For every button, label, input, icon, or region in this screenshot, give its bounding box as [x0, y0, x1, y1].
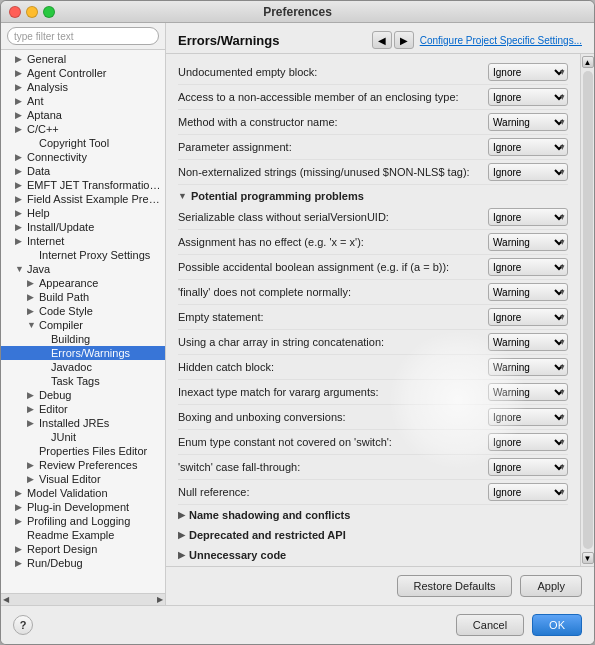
pref-select-no-effect[interactable]: IgnoreWarningError: [488, 233, 568, 251]
sidebar-item-task-tags[interactable]: Task Tags: [1, 374, 165, 388]
help-button[interactable]: ?: [13, 615, 33, 635]
expand-arrow: ▶: [27, 306, 39, 316]
sidebar-item-label: EMFT JET Transformations: [27, 179, 161, 191]
pref-select-boxing[interactable]: IgnoreWarningError: [488, 408, 568, 426]
search-input[interactable]: [7, 27, 159, 45]
sidebar-item-label: Help: [27, 207, 161, 219]
pref-select-undocumented[interactable]: IgnoreWarningError: [488, 63, 568, 81]
sidebar-item-field-assist[interactable]: ▶ Field Assist Example Prefere...: [1, 192, 165, 206]
sidebar-item-appearance[interactable]: ▶ Appearance: [1, 276, 165, 290]
scroll-down-btn[interactable]: ▼: [582, 552, 594, 564]
expand-arrow: ▼: [15, 264, 27, 274]
sidebar-item-copyright-tool[interactable]: Copyright Tool: [1, 136, 165, 150]
sidebar-item-aptana[interactable]: ▶ Aptana: [1, 108, 165, 122]
sidebar-item-compiler[interactable]: ▼ Compiler: [1, 318, 165, 332]
pref-label: Parameter assignment:: [178, 141, 488, 153]
ok-button[interactable]: OK: [532, 614, 582, 636]
pref-select-non-externalized[interactable]: IgnoreWarningError: [488, 163, 568, 181]
pref-select-constructor[interactable]: IgnoreWarningError: [488, 113, 568, 131]
sidebar-item-label: Javadoc: [51, 361, 161, 373]
pref-select-hidden-catch[interactable]: IgnoreWarningError: [488, 358, 568, 376]
sidebar-item-java[interactable]: ▼ Java: [1, 262, 165, 276]
sidebar-item-label: Install/Update: [27, 221, 161, 233]
pref-select-finally[interactable]: IgnoreWarningError: [488, 283, 568, 301]
pref-select-vararg[interactable]: IgnoreWarningError: [488, 383, 568, 401]
sidebar-item-build-path[interactable]: ▶ Build Path: [1, 290, 165, 304]
sidebar-item-editor[interactable]: ▶ Editor: [1, 402, 165, 416]
scroll-right-btn[interactable]: ▶: [157, 595, 163, 604]
sidebar-item-label: Plug-in Development: [27, 501, 161, 513]
expand-arrow: [15, 530, 27, 540]
sidebar-item-installed-jres[interactable]: ▶ Installed JREs: [1, 416, 165, 430]
sidebar-item-c-cpp[interactable]: ▶ C/C++: [1, 122, 165, 136]
section-deprecated[interactable]: ▶ Deprecated and restricted API: [178, 525, 568, 545]
nav-back-button[interactable]: ◀: [372, 31, 392, 49]
pref-select-fallthrough[interactable]: IgnoreWarningError: [488, 458, 568, 476]
pref-select-non-accessible[interactable]: IgnoreWarningError: [488, 88, 568, 106]
vertical-scrollbar[interactable]: ▲ ▼: [580, 54, 594, 566]
pref-select-empty-stmt[interactable]: IgnoreWarningError: [488, 308, 568, 326]
sidebar-item-properties-files[interactable]: Properties Files Editor: [1, 444, 165, 458]
section-name-shadowing[interactable]: ▶ Name shadowing and conflicts: [178, 505, 568, 525]
sidebar-item-help[interactable]: ▶ Help: [1, 206, 165, 220]
section-label-deprecated: Deprecated and restricted API: [189, 529, 346, 541]
sidebar-item-review-prefs[interactable]: ▶ Review Preferences: [1, 458, 165, 472]
section-unnecessary[interactable]: ▶ Unnecessary code: [178, 545, 568, 565]
section-arrow-potential: ▼: [178, 191, 187, 201]
sidebar-item-javadoc[interactable]: Javadoc: [1, 360, 165, 374]
sidebar-scrollbar[interactable]: ◀ ▶: [1, 593, 165, 605]
configure-project-link[interactable]: Configure Project Specific Settings...: [420, 35, 582, 46]
sidebar-item-errors-warnings[interactable]: Errors/Warnings: [1, 346, 165, 360]
pref-row-serializable: Serializable class without serialVersion…: [178, 205, 568, 230]
sidebar-item-run-debug[interactable]: ▶ Run/Debug: [1, 556, 165, 570]
pref-select-char-concat[interactable]: IgnoreWarningError: [488, 333, 568, 351]
sidebar-item-plug-in-dev[interactable]: ▶ Plug-in Development: [1, 500, 165, 514]
nav-forward-button[interactable]: ▶: [394, 31, 414, 49]
sidebar-item-internet-proxy[interactable]: Internet Proxy Settings: [1, 248, 165, 262]
pref-row-constructor: Method with a constructor name: IgnoreWa…: [178, 110, 568, 135]
sidebar-item-ant[interactable]: ▶ Ant: [1, 94, 165, 108]
minimize-button[interactable]: [26, 6, 38, 18]
expand-arrow: ▶: [15, 222, 27, 232]
sidebar-item-install-update[interactable]: ▶ Install/Update: [1, 220, 165, 234]
pref-select-enum-switch[interactable]: IgnoreWarningError: [488, 433, 568, 451]
scroll-up-btn[interactable]: ▲: [582, 56, 594, 68]
sidebar-item-internet[interactable]: ▶ Internet: [1, 234, 165, 248]
pref-select-accidental-bool[interactable]: IgnoreWarningError: [488, 258, 568, 276]
sidebar-item-label: Aptana: [27, 109, 161, 121]
expand-arrow: [39, 376, 51, 386]
pref-select-serializable[interactable]: IgnoreWarningError: [488, 208, 568, 226]
apply-button[interactable]: Apply: [520, 575, 582, 597]
sidebar-item-building[interactable]: Building: [1, 332, 165, 346]
sidebar-item-visual-editor[interactable]: ▶ Visual Editor: [1, 472, 165, 486]
sidebar-item-emft[interactable]: ▶ EMFT JET Transformations: [1, 178, 165, 192]
sidebar-item-agent-controller[interactable]: ▶ Agent Controller: [1, 66, 165, 80]
cancel-button[interactable]: Cancel: [456, 614, 524, 636]
restore-defaults-button[interactable]: Restore Defaults: [397, 575, 513, 597]
sidebar-item-junit[interactable]: JUnit: [1, 430, 165, 444]
pref-row-hidden-catch: Hidden catch block: IgnoreWarningError: [178, 355, 568, 380]
sidebar-item-label: Installed JREs: [39, 417, 161, 429]
sidebar-item-connectivity[interactable]: ▶ Connectivity: [1, 150, 165, 164]
scroll-thumb[interactable]: [583, 71, 593, 549]
expand-arrow: ▶: [15, 96, 27, 106]
sidebar-item-general[interactable]: ▶ General: [1, 52, 165, 66]
maximize-button[interactable]: [43, 6, 55, 18]
sidebar-item-label: Report Design: [27, 543, 161, 555]
section-generic[interactable]: ▶ Generic types: [178, 565, 568, 566]
pref-select-null-ref[interactable]: IgnoreWarningError: [488, 483, 568, 501]
sidebar-item-model-validation[interactable]: ▶ Model Validation: [1, 486, 165, 500]
sidebar-item-readme[interactable]: Readme Example: [1, 528, 165, 542]
sidebar-item-data[interactable]: ▶ Data: [1, 164, 165, 178]
section-header-potential[interactable]: ▼ Potential programming problems: [178, 185, 568, 205]
pref-select-param-assign[interactable]: IgnoreWarningError: [488, 138, 568, 156]
sidebar-item-debug[interactable]: ▶ Debug: [1, 388, 165, 402]
section-arrow-deprecated: ▶: [178, 530, 185, 540]
scroll-left-btn[interactable]: ◀: [3, 595, 9, 604]
sidebar-item-report-design[interactable]: ▶ Report Design: [1, 542, 165, 556]
expand-arrow: ▶: [27, 474, 39, 484]
sidebar-item-analysis[interactable]: ▶ Analysis: [1, 80, 165, 94]
sidebar-item-code-style[interactable]: ▶ Code Style: [1, 304, 165, 318]
close-button[interactable]: [9, 6, 21, 18]
sidebar-item-profiling[interactable]: ▶ Profiling and Logging: [1, 514, 165, 528]
